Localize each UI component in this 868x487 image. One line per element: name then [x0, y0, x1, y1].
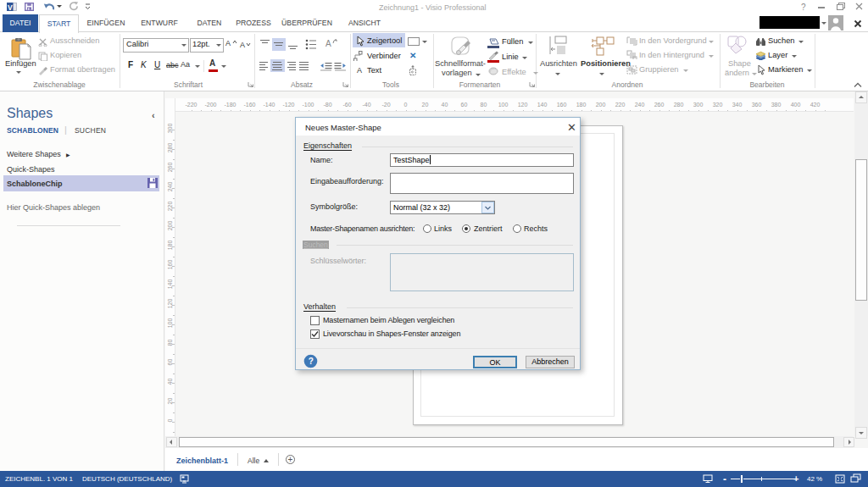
- svg-text:?: ?: [309, 357, 314, 366]
- svg-text:V: V: [8, 3, 13, 12]
